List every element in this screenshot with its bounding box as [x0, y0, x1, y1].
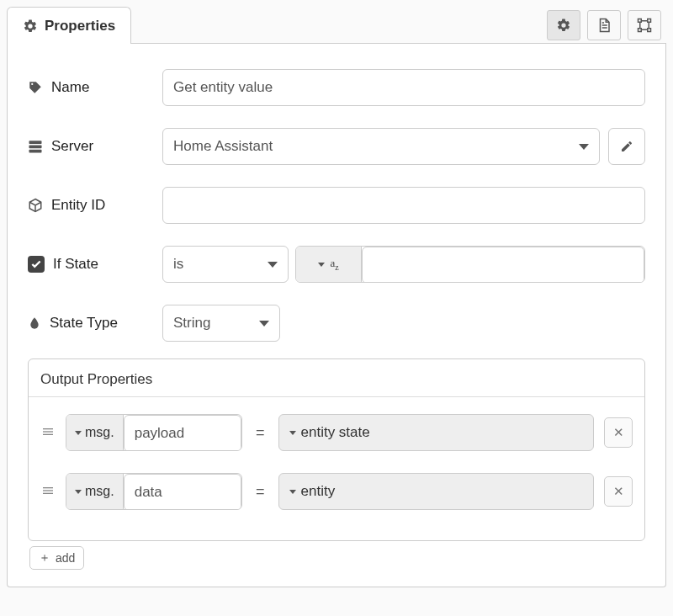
output-add-label: add: [56, 551, 75, 565]
tab-bar: Properties: [7, 7, 666, 44]
grip-icon: [41, 425, 55, 441]
if-state-value-input[interactable]: [362, 247, 644, 283]
entity-id-input[interactable]: [162, 187, 645, 224]
entity-id-label: Entity ID: [51, 197, 105, 214]
output-property-row: msg. = entity ✕: [40, 473, 633, 510]
pencil-icon: [620, 140, 633, 153]
document-icon: [596, 18, 612, 33]
equals-label: =: [252, 483, 268, 501]
drag-handle[interactable]: [40, 425, 56, 441]
row-server: Server Home Assistant: [28, 128, 645, 165]
tab-action-description[interactable]: [587, 10, 621, 40]
output-delete-button[interactable]: ✕: [604, 476, 633, 507]
server-icon: [28, 139, 43, 154]
if-state-checkbox[interactable]: [28, 256, 45, 273]
output-target-scope: msg.: [85, 484, 114, 499]
grip-icon: [41, 484, 55, 500]
plus-icon: ＋: [39, 550, 50, 566]
tab-action-settings[interactable]: [547, 10, 580, 40]
state-type-select-value: String: [173, 315, 210, 332]
output-target-scope: msg.: [85, 425, 114, 440]
chevron-down-icon: [75, 490, 82, 494]
output-properties-panel: Output Properties msg.: [28, 358, 645, 541]
state-type-label: State Type: [50, 315, 118, 332]
output-source-select[interactable]: entity: [278, 473, 594, 510]
output-target-scope-button[interactable]: msg.: [66, 474, 124, 509]
tag-icon: [28, 80, 43, 95]
chevron-down-icon: [268, 262, 278, 268]
server-edit-button[interactable]: [608, 128, 645, 165]
chevron-down-icon: [318, 263, 325, 267]
chevron-down-icon: [289, 490, 296, 494]
output-target-group: msg.: [66, 473, 242, 510]
equals-label: =: [252, 424, 268, 442]
gear-icon: [23, 19, 38, 34]
server-select-value: Home Assistant: [173, 138, 273, 155]
server-select[interactable]: Home Assistant: [162, 128, 600, 165]
droplet-icon: [28, 316, 41, 331]
string-type-icon: az: [330, 257, 338, 272]
if-state-operator-value: is: [173, 256, 183, 273]
chevron-down-icon: [259, 321, 269, 327]
name-input[interactable]: [162, 69, 645, 106]
output-source-value: entity state: [301, 424, 370, 441]
if-state-label: If State: [53, 256, 98, 273]
server-label: Server: [51, 138, 93, 155]
close-icon: ✕: [613, 425, 624, 440]
tab-properties[interactable]: Properties: [7, 7, 131, 44]
svg-rect-3: [639, 28, 642, 31]
tab-action-appearance[interactable]: [628, 10, 661, 40]
output-add-button[interactable]: ＋ add: [29, 546, 84, 570]
gear-icon: [556, 18, 571, 33]
output-target-group: msg.: [66, 414, 242, 451]
svg-rect-5: [29, 141, 42, 144]
row-name: Name: [28, 69, 645, 106]
if-state-type-button[interactable]: az: [296, 247, 362, 282]
svg-rect-4: [648, 28, 651, 31]
svg-rect-1: [639, 19, 642, 22]
output-target-key-input[interactable]: [124, 415, 241, 451]
output-target-key-input[interactable]: [124, 474, 241, 510]
output-source-select[interactable]: entity state: [278, 414, 594, 451]
svg-rect-7: [29, 150, 42, 153]
svg-rect-6: [29, 146, 42, 149]
output-properties-title: Output Properties: [29, 359, 644, 397]
svg-rect-2: [648, 19, 651, 22]
tab-properties-label: Properties: [45, 18, 115, 35]
tab-actions: [131, 7, 666, 44]
name-label: Name: [51, 79, 89, 96]
row-if-state: If State is az: [28, 246, 645, 283]
row-state-type: State Type String: [28, 305, 645, 342]
if-state-operator-select[interactable]: is: [162, 246, 289, 283]
state-type-select[interactable]: String: [162, 305, 280, 342]
output-property-row: msg. = entity state ✕: [40, 414, 633, 451]
properties-panel: Name Server Home Assistant: [7, 44, 666, 587]
output-target-scope-button[interactable]: msg.: [66, 415, 124, 450]
output-source-value: entity: [301, 483, 336, 500]
if-state-value-input-group: az: [295, 246, 645, 283]
row-entity-id: Entity ID: [28, 187, 645, 224]
bounding-box-icon: [637, 18, 652, 33]
chevron-down-icon: [579, 144, 589, 150]
check-icon: [30, 258, 42, 270]
output-delete-button[interactable]: ✕: [604, 417, 633, 448]
chevron-down-icon: [289, 431, 296, 435]
chevron-down-icon: [75, 431, 82, 435]
close-icon: ✕: [613, 484, 624, 499]
drag-handle[interactable]: [40, 484, 56, 500]
cube-icon: [28, 198, 43, 213]
